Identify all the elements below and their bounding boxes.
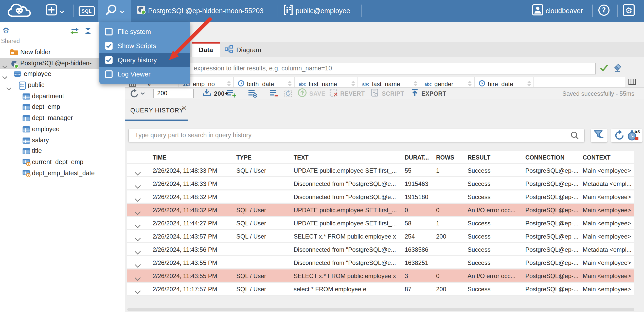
save-button[interactable]: SAVE xyxy=(298,89,325,98)
column-header-durat[interactable]: DURAT... xyxy=(405,151,433,164)
cell-text: Disconnected from "PostgreSQL@e... xyxy=(294,256,401,269)
query-history-row[interactable]: 2/26/2024, 11:48:33 PMDisconnected from … xyxy=(127,177,634,190)
menu-item-file-system[interactable]: File system xyxy=(99,24,190,38)
tree-item-employee[interactable]: employee xyxy=(0,124,125,135)
tools-menu-toggle[interactable] xyxy=(98,0,131,22)
expand-row-chevron-icon[interactable] xyxy=(134,274,141,283)
sql-editor-button[interactable]: SQL xyxy=(79,0,95,22)
tree-item-department[interactable]: department xyxy=(0,91,125,102)
history-actions-group: 5s xyxy=(611,129,642,142)
column-header-type[interactable]: TYPE xyxy=(236,151,287,164)
tree-item-dept-emp-latest-date[interactable]: dept_emp_latest_date xyxy=(0,168,125,179)
query-history-row[interactable]: 2/26/2024, 11:17:57 PMSQL / Userselect *… xyxy=(127,283,634,296)
checked-checkbox-icon[interactable] xyxy=(105,56,113,64)
query-history-row[interactable]: 2/26/2024, 11:48:32 PMSQL / UserUPDATE p… xyxy=(127,204,634,217)
grid-column-first-name[interactable]: abcfirst_name xyxy=(295,77,358,87)
query-history-row[interactable]: 2/26/2024, 11:43:55 PMSQL / UserSELECT x… xyxy=(127,269,634,283)
settings-button[interactable]: ⚙ xyxy=(623,0,635,22)
query-history-row[interactable]: 2/26/2024, 11:48:33 PMSQL / UserUPDATE p… xyxy=(127,164,634,177)
column-header-result[interactable]: RESULT xyxy=(468,151,522,164)
menu-item-log-viewer[interactable]: Log Viewer xyxy=(99,67,190,81)
tree-item-dept-emp[interactable]: dept_emp xyxy=(0,102,125,113)
grid-column-hire-date[interactable]: hire_date xyxy=(475,77,534,87)
collapse-all-icon[interactable] xyxy=(84,27,92,36)
menu-item-query-history[interactable]: Query history xyxy=(99,53,190,67)
schema-selector[interactable]: public@employee xyxy=(283,0,350,22)
expand-row-chevron-icon[interactable] xyxy=(134,235,141,244)
column-header-time[interactable]: TIME xyxy=(153,151,230,164)
sync-connection-icon[interactable] xyxy=(70,27,79,37)
menu-item-show-scripts[interactable]: Show Scripts xyxy=(99,38,190,53)
abc-type-icon: abc xyxy=(299,82,306,87)
add-row-icon[interactable]: + xyxy=(226,89,236,98)
new-object-button[interactable] xyxy=(46,0,64,22)
column-header-context[interactable]: CONTEXT xyxy=(583,151,633,164)
query-history-row[interactable]: 2/26/2024, 11:43:57 PMSQL / UserSELECT x… xyxy=(127,230,634,243)
expand-row-chevron-icon[interactable] xyxy=(134,195,141,204)
expand-row-chevron-icon[interactable] xyxy=(134,221,141,230)
refresh-button[interactable] xyxy=(129,89,145,98)
unchecked-checkbox-icon[interactable] xyxy=(105,70,113,78)
sort-icon[interactable] xyxy=(413,80,418,87)
sort-icon[interactable] xyxy=(527,80,531,87)
sort-icon[interactable] xyxy=(288,80,292,87)
filter-expression-input[interactable]: expression to filter results, e.g. colum… xyxy=(128,63,596,74)
tree-item-title[interactable]: title xyxy=(0,146,125,157)
query-history-row[interactable]: 2/26/2024, 11:43:55 PMDisconnected from … xyxy=(127,256,634,269)
table-icon xyxy=(22,93,30,102)
tree-item-current-dept-emp[interactable]: current_dept_emp xyxy=(0,157,125,168)
query-history-tab[interactable]: QUERY HISTORY xyxy=(130,107,184,114)
expand-row-chevron-icon[interactable] xyxy=(134,182,141,191)
tab-diagram[interactable]: Diagram xyxy=(225,42,261,57)
stop-auto-refresh-icon[interactable] xyxy=(635,137,638,140)
tree-item-salary[interactable]: salary xyxy=(0,135,125,146)
column-header-rows[interactable]: ROWS xyxy=(436,151,464,164)
cell-context: Main <employee> xyxy=(583,269,633,283)
fetch-more-button[interactable]: 200+ xyxy=(202,89,228,98)
row-limit-input[interactable]: 200 xyxy=(153,89,194,98)
grid-column-birth-date[interactable]: birth_date xyxy=(234,77,295,87)
query-history-row[interactable]: 2/26/2024, 11:43:56 PMDisconnected from … xyxy=(127,243,634,256)
horizontal-scrollbar[interactable] xyxy=(127,308,634,311)
refresh-history-icon[interactable] xyxy=(614,130,625,143)
expand-row-chevron-icon[interactable] xyxy=(134,208,141,217)
clear-filter-eraser-icon[interactable] xyxy=(613,63,622,74)
revert-button[interactable]: × REVERT xyxy=(329,89,365,98)
expand-row-chevron-icon[interactable] xyxy=(134,169,141,178)
delete-row-icon[interactable] xyxy=(269,89,279,98)
expand-row-chevron-icon[interactable] xyxy=(134,287,141,296)
column-header-text[interactable]: TEXT xyxy=(294,151,401,164)
expand-row-chevron-icon[interactable] xyxy=(134,248,141,257)
grid-column-gender[interactable]: abcgender xyxy=(420,77,475,87)
unchecked-checkbox-icon[interactable] xyxy=(105,28,113,35)
column-header-connection[interactable]: CONNECTION xyxy=(525,151,579,164)
grid-column-last-name[interactable]: abclast_name xyxy=(358,77,420,87)
query-history-row[interactable]: 2/26/2024, 11:48:32 PMDisconnected from … xyxy=(127,190,634,204)
refresh-selection-icon[interactable] xyxy=(284,89,293,98)
tab-data[interactable]: Data xyxy=(192,42,220,57)
cell-duration: 0 xyxy=(405,204,433,217)
query-history-row[interactable]: 2/26/2024, 11:44:27 PMSQL / UserUPDATE p… xyxy=(127,217,634,230)
sort-icon[interactable] xyxy=(227,80,231,87)
sort-icon[interactable] xyxy=(468,80,472,87)
expand-row-chevron-icon[interactable] xyxy=(134,261,141,270)
help-button[interactable]: ? xyxy=(598,0,610,22)
duplicate-row-icon[interactable] xyxy=(248,89,258,98)
checked-checkbox-icon[interactable] xyxy=(105,42,113,49)
query-history-search-input[interactable]: Type query part to search in query histo… xyxy=(128,129,585,142)
connection-selector[interactable]: PostgreSQL@ep-hidden-moon-55203 xyxy=(136,0,263,22)
user-menu[interactable]: cloudbeaver xyxy=(532,0,583,22)
script-button[interactable]: SCRIPT xyxy=(371,89,404,98)
status-message: Saved successfully - 55ms xyxy=(562,88,634,100)
cell-duration: 55 xyxy=(405,164,433,177)
sort-icon[interactable] xyxy=(351,80,355,87)
navigator-settings-gear-icon[interactable]: ⚙ xyxy=(3,26,9,35)
save-icon xyxy=(298,88,307,99)
cell-context: Main <employee> xyxy=(583,230,633,243)
close-icon[interactable]: ✕ xyxy=(182,104,187,112)
export-button[interactable]: EXPORT xyxy=(411,89,446,98)
tree-item-dept-manager[interactable]: dept_manager xyxy=(0,113,125,124)
history-filter-button[interactable] xyxy=(591,129,607,142)
apply-filter-check-icon[interactable] xyxy=(600,64,609,73)
grid-panel-icon[interactable] xyxy=(628,78,636,87)
